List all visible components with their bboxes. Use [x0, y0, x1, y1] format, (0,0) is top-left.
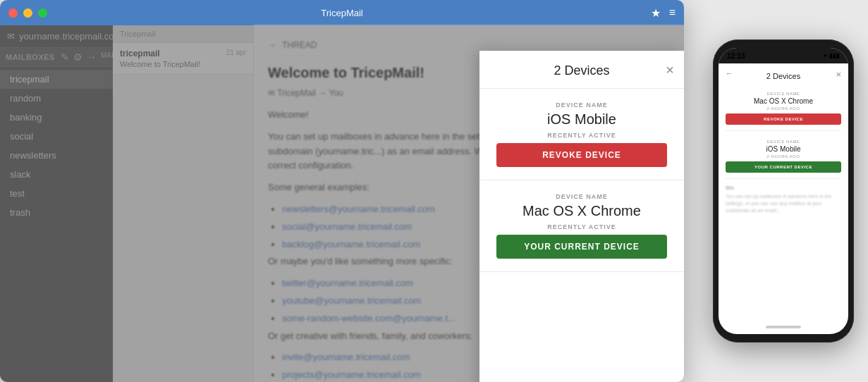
phone-screen: 12:13 ▾ ▮▮▮ ← 2 Devices × DEVICE NAME Ma… [719, 48, 848, 334]
device-card-mac: DEVICE NAME Mac OS X Chrome RECENTLY ACT… [479, 180, 684, 272]
device-name-0: iOS Mobile [496, 111, 667, 128]
phone-modal-content: ← 2 Devices × DEVICE NAME Mac OS X Chrom… [719, 63, 848, 219]
window-controls [8, 8, 47, 18]
phone-device-label-1: DEVICE NAME [726, 140, 841, 144]
phone-revoke-button[interactable]: REVOKE DEVICE [726, 113, 841, 125]
wifi-icon: ▾ [824, 52, 827, 59]
modal-close-button[interactable]: × [666, 63, 674, 77]
current-device-button[interactable]: YOUR CURRENT DEVICE [496, 235, 667, 259]
phone-mockup: 12:13 ▾ ▮▮▮ ← 2 Devices × DEVICE NAME Ma… [713, 39, 854, 343]
signal-icon: ▮▮▮ [829, 52, 840, 59]
menu-icon[interactable]: ≡ [669, 6, 676, 19]
device-name-label-0: DEVICE NAME [496, 101, 667, 109]
phone-current-button[interactable]: YOUR CURRENT DEVICE [726, 161, 841, 173]
maximize-button[interactable] [38, 8, 47, 18]
title-bar: TricepMail ★ ≡ [0, 0, 684, 25]
phone-device-active-0: 2 HOURS AGO [726, 106, 841, 111]
phone-close-icon[interactable]: × [836, 69, 841, 80]
phone-time: 12:13 [727, 52, 745, 60]
device-active-label-0: RECENTLY ACTIVE [496, 132, 667, 139]
pin-icon[interactable]: ★ [651, 6, 661, 20]
phone-device-card-1: DEVICE NAME iOS Mobile 2 HOURS AGO YOUR … [726, 134, 841, 179]
device-card-ios: DEVICE NAME iOS Mobile RECENTLY ACTIVE R… [479, 89, 684, 180]
modal-header: 2 Devices × [479, 51, 684, 89]
phone-device-card-0: DEVICE NAME Mac OS X Chrome 2 HOURS AGO … [726, 86, 841, 131]
device-name-label-1: DEVICE NAME [496, 193, 667, 200]
app-window: TricepMail ★ ≡ ✉ yourname.tricepmail.com… [0, 0, 684, 382]
modal-title: 2 Devices [554, 63, 609, 78]
minimize-button[interactable] [23, 8, 32, 18]
phone-device-label-0: DEVICE NAME [726, 92, 841, 96]
device-name-1: Mac OS X Chrome [496, 203, 667, 219]
phone-device-name-0: Mac OS X Chrome [726, 97, 841, 105]
app-body: ✉ yourname.tricepmail.com ▾ MAILBOXES ✎ … [0, 25, 684, 382]
phone-status: ▾ ▮▮▮ [824, 52, 840, 59]
phone-back-icon[interactable]: ← [726, 69, 733, 78]
window-title: TricepMail [321, 8, 362, 18]
phone-email-preview: We You can set up mailboxes in advance h… [726, 185, 841, 214]
close-button[interactable] [8, 8, 18, 18]
phone-modal-title: 2 Devices [766, 72, 800, 80]
phone-home-indicator [766, 326, 801, 328]
phone-header-row: ← 2 Devices × [726, 69, 841, 82]
phone-device-active-1: 2 HOURS AGO [726, 154, 841, 159]
phone-notch: 12:13 ▾ ▮▮▮ [719, 48, 848, 63]
device-active-label-1: RECENTLY ACTIVE [496, 223, 667, 230]
devices-modal: 2 Devices × DEVICE NAME iOS Mobile RECEN… [479, 51, 684, 382]
revoke-device-button[interactable]: REVOKE DEVICE [496, 143, 667, 167]
titlebar-actions: ★ ≡ [651, 6, 676, 20]
phone-device-name-1: iOS Mobile [726, 145, 841, 153]
